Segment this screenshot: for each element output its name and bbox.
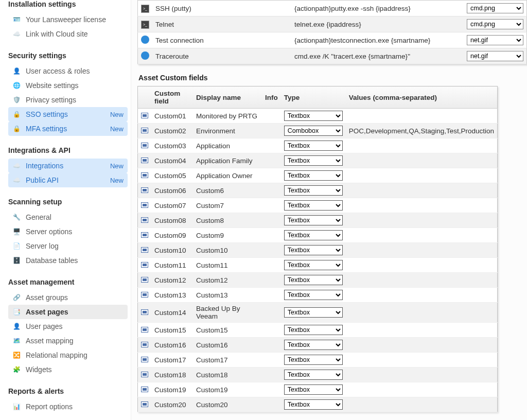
custom-field-display[interactable]: Custom12 xyxy=(193,273,262,288)
custom-field-name[interactable]: Custom15 xyxy=(151,323,193,338)
custom-field-values[interactable] xyxy=(346,198,498,213)
custom-field-display[interactable]: Custom8 xyxy=(193,213,262,228)
custom-field-display[interactable]: Custom19 xyxy=(193,382,262,397)
sidebar-item[interactable]: 🌐Website settings xyxy=(8,78,128,93)
custom-field-name[interactable]: Custom09 xyxy=(151,228,193,243)
custom-field-name[interactable]: Custom19 xyxy=(151,382,193,397)
action-command[interactable]: {actionpath}putty.exe -ssh {ipaddress} xyxy=(291,1,464,16)
custom-field-display[interactable]: Custom9 xyxy=(193,228,262,243)
sidebar-item[interactable]: 🛡️Privacy settings xyxy=(8,93,128,107)
sidebar-item[interactable]: 🔒MFA settingsNew xyxy=(8,121,128,136)
sidebar-item[interactable]: 📑Asset pages xyxy=(8,305,128,319)
custom-field-values[interactable] xyxy=(346,288,498,303)
custom-field-values[interactable] xyxy=(346,243,498,258)
custom-field-display[interactable]: Custom7 xyxy=(193,198,262,213)
custom-field-values[interactable] xyxy=(346,303,498,323)
custom-field-values[interactable] xyxy=(346,183,498,198)
custom-field-values[interactable] xyxy=(346,323,498,338)
custom-field-type-select[interactable]: Textbox xyxy=(284,290,343,300)
custom-field-display[interactable]: Monitored by PRTG xyxy=(193,109,262,124)
custom-field-type-select[interactable]: Textbox xyxy=(284,384,343,395)
custom-field-name[interactable]: Custom10 xyxy=(151,243,193,258)
sidebar-item[interactable]: 🗺️Asset mapping xyxy=(8,334,128,348)
custom-field-name[interactable]: Custom17 xyxy=(151,353,193,367)
action-command[interactable]: telnet.exe {ipaddress} xyxy=(291,16,464,32)
custom-field-type-select[interactable]: Textbox xyxy=(284,230,343,240)
custom-field-name[interactable]: Custom18 xyxy=(151,367,193,382)
custom-field-type-select[interactable]: Textbox xyxy=(284,399,343,410)
custom-field-name[interactable]: Custom02 xyxy=(151,124,193,138)
custom-field-type-select[interactable]: Textbox xyxy=(284,355,343,365)
action-name[interactable]: Traceroute xyxy=(152,48,291,64)
sidebar-item[interactable]: 🧩Widgets xyxy=(8,362,128,377)
custom-field-values[interactable] xyxy=(346,338,498,353)
sidebar-item[interactable]: 🔀Relational mapping xyxy=(8,348,128,362)
custom-field-name[interactable]: Custom04 xyxy=(151,153,193,168)
custom-field-display[interactable]: Application Family xyxy=(193,153,262,168)
action-command[interactable]: {actionpath}testconnection.exe {smartnam… xyxy=(291,32,464,48)
custom-field-type-select[interactable]: Textbox xyxy=(284,200,343,211)
custom-field-values[interactable] xyxy=(346,168,498,183)
sidebar-item[interactable]: ☁️Public APINew xyxy=(8,173,128,187)
action-command[interactable]: cmd.exe /K "tracert.exe {smartname}" xyxy=(291,48,464,64)
custom-field-type-select[interactable]: Textbox xyxy=(284,340,343,350)
action-icon-select[interactable]: net.gif xyxy=(467,35,523,45)
custom-field-type-select[interactable]: Textbox xyxy=(284,275,343,285)
action-name[interactable]: SSH (putty) xyxy=(152,1,291,16)
custom-field-values[interactable] xyxy=(346,153,498,168)
custom-field-display[interactable]: Application Owner xyxy=(193,168,262,183)
custom-field-display[interactable]: Custom17 xyxy=(193,353,262,367)
custom-field-values[interactable] xyxy=(346,213,498,228)
custom-field-values[interactable] xyxy=(346,397,498,412)
sidebar-item[interactable]: 👤User access & roles xyxy=(8,64,128,78)
custom-field-name[interactable]: Custom14 xyxy=(151,303,193,323)
custom-field-type-select[interactable]: Textbox xyxy=(284,170,343,181)
custom-field-values[interactable] xyxy=(346,382,498,397)
sidebar-item[interactable]: 👤User pages xyxy=(8,319,128,334)
custom-field-display[interactable]: Custom16 xyxy=(193,338,262,353)
sidebar-item[interactable]: 🖥️Server options xyxy=(8,224,128,239)
custom-field-values[interactable] xyxy=(346,109,498,124)
sidebar-item[interactable]: 🗄️Database tables xyxy=(8,253,128,268)
action-name[interactable]: Telnet xyxy=(152,16,291,32)
custom-field-type-select[interactable]: Textbox xyxy=(284,111,343,121)
custom-field-name[interactable]: Custom13 xyxy=(151,288,193,303)
custom-field-display[interactable]: Custom18 xyxy=(193,367,262,382)
action-name[interactable]: Test connection xyxy=(152,32,291,48)
sidebar-item[interactable]: ☁️Link with Cloud site xyxy=(8,27,128,41)
custom-field-name[interactable]: Custom03 xyxy=(151,138,193,153)
custom-field-values[interactable] xyxy=(346,273,498,288)
custom-field-display[interactable]: Environment xyxy=(193,124,262,138)
custom-field-values[interactable] xyxy=(346,138,498,153)
custom-field-display[interactable]: Backed Up By Veeam xyxy=(193,303,262,323)
action-icon-select[interactable]: cmd.png xyxy=(467,3,523,13)
custom-field-type-select[interactable]: Combobox xyxy=(284,126,343,136)
sidebar-item[interactable]: 🪪Your Lansweeper license xyxy=(8,12,128,27)
action-icon-select[interactable]: net.gif xyxy=(467,51,523,61)
custom-field-name[interactable]: Custom06 xyxy=(151,183,193,198)
custom-field-display[interactable]: Custom11 xyxy=(193,258,262,273)
custom-field-type-select[interactable]: Textbox xyxy=(284,215,343,225)
custom-field-display[interactable]: Custom15 xyxy=(193,323,262,338)
custom-field-values[interactable]: POC,Development,QA,Staging,Test,Producti… xyxy=(346,124,498,138)
custom-field-display[interactable]: Custom20 xyxy=(193,397,262,412)
custom-field-type-select[interactable]: Textbox xyxy=(284,245,343,255)
action-icon-select[interactable]: cmd.png xyxy=(467,19,523,29)
custom-field-type-select[interactable]: Textbox xyxy=(284,260,343,270)
sidebar-item[interactable]: 🔒SSO settingsNew xyxy=(8,107,128,121)
custom-field-values[interactable] xyxy=(346,228,498,243)
custom-field-type-select[interactable]: Textbox xyxy=(284,307,343,318)
custom-field-display[interactable]: Application xyxy=(193,138,262,153)
sidebar-item[interactable]: 🔗Asset groups xyxy=(8,290,128,305)
custom-field-name[interactable]: Custom11 xyxy=(151,258,193,273)
custom-field-name[interactable]: Custom01 xyxy=(151,109,193,124)
sidebar-item[interactable]: 🔧General xyxy=(8,210,128,224)
custom-field-name[interactable]: Custom16 xyxy=(151,338,193,353)
sidebar-item[interactable]: ☁️IntegrationsNew xyxy=(8,159,128,173)
custom-field-type-select[interactable]: Textbox xyxy=(284,141,343,151)
custom-field-display[interactable]: Custom10 xyxy=(193,243,262,258)
custom-field-display[interactable]: Custom6 xyxy=(193,183,262,198)
custom-field-values[interactable] xyxy=(346,367,498,382)
custom-field-type-select[interactable]: Textbox xyxy=(284,370,343,380)
custom-field-values[interactable] xyxy=(346,258,498,273)
